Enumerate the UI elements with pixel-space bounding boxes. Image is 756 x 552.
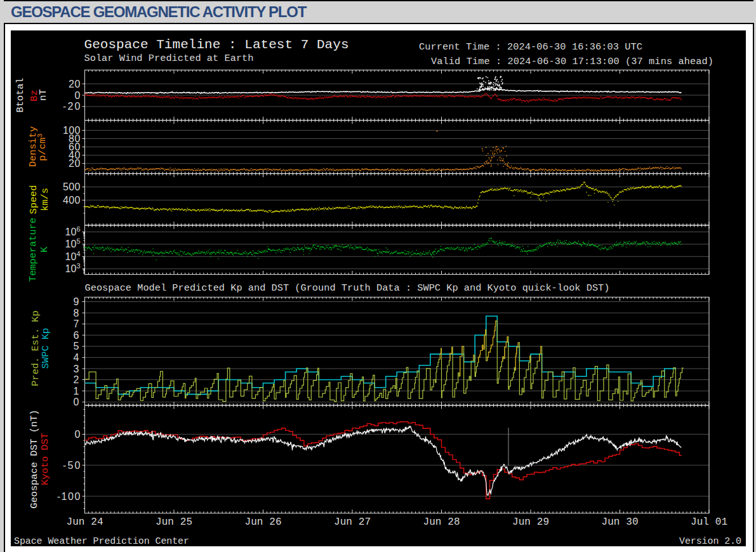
svg-text:0: 0 xyxy=(75,90,81,101)
svg-text:Btotal: Btotal xyxy=(15,77,26,112)
svg-text:-100: -100 xyxy=(57,491,81,502)
svg-text:Jun 29: Jun 29 xyxy=(512,516,549,528)
svg-text:5: 5 xyxy=(74,341,79,352)
svg-text:Speed: Speed xyxy=(28,185,39,214)
svg-text:-20: -20 xyxy=(63,101,81,112)
svg-text:4: 4 xyxy=(74,352,79,363)
svg-text:-50: -50 xyxy=(63,460,81,471)
svg-text:3: 3 xyxy=(74,364,79,374)
svg-text:106: 106 xyxy=(65,225,81,237)
svg-text:Valid Time : 2024-06-30 17:13:: Valid Time : 2024-06-30 17:13:00 (37 min… xyxy=(431,56,713,67)
svg-text:Jun 24: Jun 24 xyxy=(67,516,103,528)
svg-text:km/s: km/s xyxy=(39,188,51,211)
svg-text:400: 400 xyxy=(63,195,81,206)
svg-text:Kyoto DST: Kyoto DST xyxy=(39,433,51,485)
svg-text:105: 105 xyxy=(65,237,81,249)
svg-text:Solar Wind Predicted at Earth: Solar Wind Predicted at Earth xyxy=(84,53,254,64)
svg-text:20: 20 xyxy=(69,79,80,89)
svg-text:Jun 26: Jun 26 xyxy=(245,516,282,528)
svg-text:p/cm3: p/cm3 xyxy=(36,133,48,161)
svg-text:Space Weather Prediction Cente: Space Weather Prediction Center xyxy=(14,536,189,547)
svg-text:7: 7 xyxy=(74,319,79,329)
svg-text:8: 8 xyxy=(74,308,79,319)
svg-text:500: 500 xyxy=(63,181,81,192)
svg-text:1: 1 xyxy=(74,386,79,397)
svg-text:104: 104 xyxy=(65,250,81,262)
svg-text:Jun 30: Jun 30 xyxy=(602,516,639,528)
svg-text:K: K xyxy=(39,246,50,253)
svg-text:nT: nT xyxy=(37,89,49,100)
svg-text:Geospace Timeline : Latest 7 D: Geospace Timeline : Latest 7 Days xyxy=(84,37,349,52)
svg-text:9: 9 xyxy=(74,296,79,307)
svg-text:Temperature: Temperature xyxy=(27,218,39,282)
svg-text:2: 2 xyxy=(74,374,79,385)
svg-text:0: 0 xyxy=(74,397,79,407)
svg-text:Jul 01: Jul 01 xyxy=(691,516,727,528)
svg-text:SWPC Kp: SWPC Kp xyxy=(40,328,51,369)
svg-text:0: 0 xyxy=(75,429,81,440)
svg-text:Jun 28: Jun 28 xyxy=(423,516,460,528)
svg-text:Jun 27: Jun 27 xyxy=(334,516,371,528)
svg-text:Jun 25: Jun 25 xyxy=(156,516,192,528)
svg-text:Geospace Model Predicted Kp an: Geospace Model Predicted Kp and DST (Gro… xyxy=(85,282,610,294)
svg-text:20: 20 xyxy=(69,158,80,169)
svg-text:6: 6 xyxy=(74,330,79,341)
svg-text:Current Time : 2024-06-30 16:3: Current Time : 2024-06-30 16:36:03 UTC xyxy=(419,41,642,53)
svg-text:Version 2.0: Version 2.0 xyxy=(679,536,741,547)
svg-text:Geospace DST (nT): Geospace DST (nT) xyxy=(29,409,40,508)
svg-text:103: 103 xyxy=(65,262,81,274)
